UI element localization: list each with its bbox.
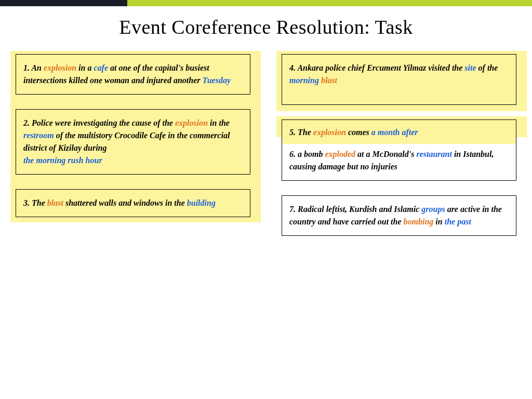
- event-word: explosion: [44, 63, 76, 72]
- entity-word: cafe: [94, 63, 108, 72]
- event-word: blast: [321, 76, 337, 85]
- entity-word: building: [187, 198, 216, 207]
- text-run: shattered walls and windows in the: [63, 198, 187, 207]
- sentence-box-2: 2. Police were investigating the cause o…: [16, 109, 250, 175]
- sentence-text: 7. Radical leftist, Kurdish and Islamic …: [282, 195, 516, 236]
- left-column: 1. An explosion in a cafe at one of the …: [16, 54, 250, 250]
- page-title: Event Coreference Resolution: Task: [0, 16, 532, 38]
- event-word: explosion: [313, 128, 346, 137]
- sentence-text: 1. An explosion in a cafe at one of the …: [16, 54, 250, 95]
- sentence-number: 6.: [289, 150, 296, 158]
- combined-box: 5. The explosion comes a month after 6. …: [282, 119, 516, 181]
- sentence-number: 1.: [23, 63, 30, 72]
- sentence-text: 4. Ankara police chief Ercument Yilmaz v…: [282, 54, 516, 105]
- text-run: at a McDonald's: [355, 150, 416, 158]
- entity-word: groups: [421, 205, 445, 214]
- text-run: The: [30, 198, 47, 207]
- entity-word: restaurant: [416, 150, 451, 158]
- topbar-lime-segment: [127, 0, 532, 6]
- event-word: exploded: [325, 150, 355, 158]
- text-run: in: [433, 217, 444, 226]
- sentence-number: 7.: [289, 205, 296, 214]
- text-run: in the: [208, 118, 230, 127]
- sentence-box-3: 3. The blast shattered walls and windows…: [16, 189, 250, 217]
- entity-word: restroom: [23, 131, 54, 140]
- sentence-box-4: 4. Ankara police chief Ercument Yilmaz v…: [282, 54, 516, 105]
- event-word: bombing: [404, 217, 434, 226]
- sentence-number: 5.: [289, 128, 296, 137]
- sentence-text: 2. Police were investigating the cause o…: [16, 109, 250, 175]
- time-word: morning: [289, 76, 319, 85]
- sentence-number: 4.: [289, 63, 296, 72]
- time-word: Tuesday: [203, 76, 231, 85]
- text-run: Police were investigating the cause of t…: [30, 118, 175, 127]
- text-run: of the multistory Crocodile Cafe in the …: [23, 131, 230, 152]
- text-run: An: [31, 63, 44, 72]
- sentence-number: 2.: [23, 118, 30, 127]
- right-column: 4. Ankara police chief Ercument Yilmaz v…: [282, 54, 516, 250]
- time-word: a month after: [371, 128, 418, 137]
- time-word: the past: [445, 217, 471, 226]
- time-word: the morning rush hour: [23, 156, 102, 165]
- text-run: in a: [76, 63, 94, 72]
- text-run: comes: [346, 128, 371, 137]
- event-word: explosion: [175, 118, 208, 127]
- text-run: The: [296, 128, 313, 137]
- text-run: Radical leftist, Kurdish and Islamic: [296, 205, 421, 214]
- top-accent-bar: [0, 0, 532, 6]
- text-run: Ankara police chief Ercument Yilmaz visi…: [296, 63, 464, 72]
- sentence-box-1: 1. An explosion in a cafe at one of the …: [16, 54, 250, 95]
- sentence-text: 3. The blast shattered walls and windows…: [16, 189, 250, 217]
- content-columns: 1. An explosion in a cafe at one of the …: [0, 54, 532, 250]
- text-run: a bomb: [296, 150, 325, 158]
- sentence-box-7: 7. Radical leftist, Kurdish and Islamic …: [282, 195, 516, 236]
- text-run: of the: [476, 63, 498, 72]
- sentence-box-5-6: 5. The explosion comes a month after 6. …: [282, 119, 516, 181]
- event-word: blast: [47, 198, 63, 207]
- entity-word: site: [464, 63, 476, 72]
- topbar-dark-segment: [0, 0, 127, 6]
- sentence-text-5: 5. The explosion comes a month after: [282, 120, 516, 144]
- sentence-text-6: 6. a bomb exploded at a McDonald's resta…: [282, 144, 516, 180]
- sentence-number: 3.: [23, 198, 30, 207]
